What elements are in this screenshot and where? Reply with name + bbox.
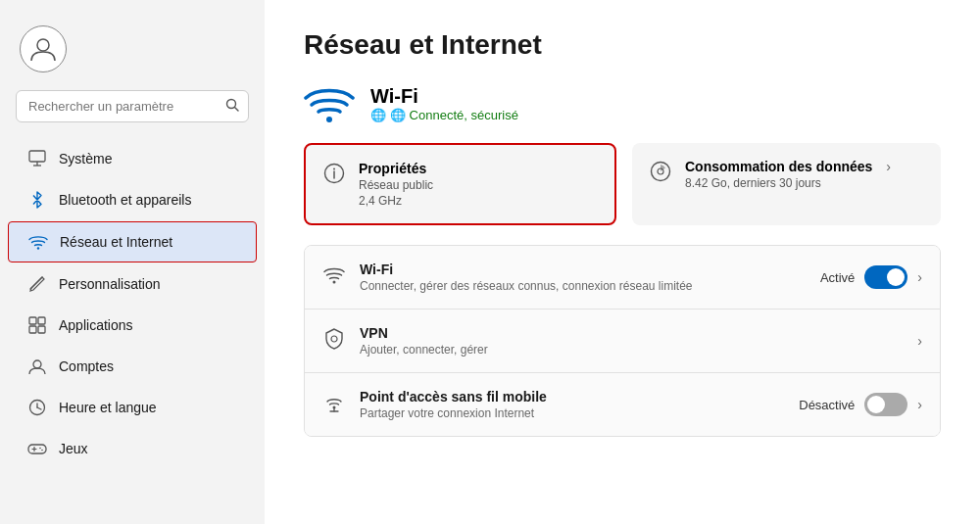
svg-rect-10	[29, 326, 36, 333]
card-consommation[interactable]: Consommation des données 8.42 Go, dernie…	[632, 143, 941, 225]
nav-label-comptes: Comptes	[59, 358, 114, 374]
avatar[interactable]	[20, 25, 67, 72]
settings-hotspot-title: Point d'accès sans fil mobile	[360, 389, 785, 405]
bluetooth-icon	[27, 190, 47, 210]
settings-wifi-toggle-label: Activé	[820, 270, 855, 285]
svg-point-12	[33, 360, 41, 368]
card-proprietes-sub1: Réseau public	[359, 178, 433, 192]
svg-rect-3	[29, 151, 45, 162]
nav-label-personnalisation: Personnalisation	[59, 276, 161, 292]
nav-label-applications: Applications	[59, 317, 133, 333]
settings-item-wifi[interactable]: Wi-Fi Connecter, gérer des réseaux connu…	[305, 246, 940, 310]
systeme-icon	[27, 149, 47, 168]
card-proprietes-text: Propriétés Réseau public 2,4 GHz	[359, 161, 433, 208]
nav-label-bluetooth: Bluetooth et appareils	[59, 192, 191, 208]
wifi-header: Wi-Fi 🌐 🌐 Connecté, sécurisé	[304, 84, 941, 123]
settings-item-hotspot[interactable]: Point d'accès sans fil mobile Partager v…	[305, 373, 940, 436]
heure-icon	[27, 398, 47, 417]
wifi-item-icon	[322, 266, 346, 289]
card-consommation-text: Consommation des données 8.42 Go, dernie…	[685, 159, 872, 190]
settings-vpn-right: ›	[917, 333, 922, 349]
wifi-header-text: Wi-Fi 🌐 🌐 Connecté, sécurisé	[370, 85, 518, 122]
card-consommation-title: Consommation des données	[685, 159, 872, 174]
search-input[interactable]	[16, 90, 249, 122]
search-button[interactable]	[225, 98, 239, 115]
card-consommation-chevron: ›	[886, 159, 891, 174]
cards-row: Propriétés Réseau public 2,4 GHz Consomm…	[304, 143, 941, 225]
settings-wifi-right: Activé ›	[820, 265, 922, 289]
svg-point-6	[37, 247, 39, 249]
settings-list: Wi-Fi Connecter, gérer des réseaux connu…	[304, 245, 941, 437]
settings-item-wifi-text: Wi-Fi Connecter, gérer des réseaux connu…	[360, 262, 807, 293]
nav-item-jeux[interactable]: Jeux	[8, 429, 257, 468]
wifi-large-icon	[304, 84, 355, 123]
nav-item-reseau[interactable]: Réseau et Internet	[8, 221, 257, 262]
wifi-toggle-knob	[887, 268, 905, 286]
settings-wifi-title: Wi-Fi	[360, 262, 807, 277]
card-proprietes[interactable]: Propriétés Réseau public 2,4 GHz	[304, 143, 616, 225]
settings-wifi-desc: Connecter, gérer des réseaux connus, con…	[360, 279, 807, 293]
hotspot-toggle[interactable]	[864, 393, 907, 416]
svg-point-27	[333, 280, 336, 283]
jeux-icon	[27, 439, 47, 458]
page-title: Réseau et Internet	[304, 29, 941, 61]
svg-point-19	[39, 448, 41, 450]
nav-label-heure: Heure et langue	[59, 400, 157, 415]
card-proprietes-sub2: 2,4 GHz	[359, 194, 433, 208]
svg-rect-8	[29, 317, 36, 324]
nav-item-personnalisation[interactable]: Personnalisation	[8, 264, 257, 304]
nav-label-systeme: Système	[59, 151, 112, 167]
sidebar: Système Bluetooth et appareils Réseau et…	[0, 0, 265, 524]
nav-item-applications[interactable]: Applications	[8, 306, 257, 345]
comptes-icon	[27, 357, 47, 376]
search-box	[16, 90, 249, 122]
globe-icon: 🌐	[370, 108, 386, 122]
svg-line-2	[235, 108, 239, 112]
nav-item-systeme[interactable]: Système	[8, 139, 257, 178]
settings-hotspot-toggle-label: Désactivé	[799, 398, 855, 412]
avatar-area	[0, 16, 265, 90]
settings-item-vpn[interactable]: VPN Ajouter, connecter, gérer ›	[305, 310, 940, 373]
settings-vpn-title: VPN	[360, 325, 904, 341]
nav-label-jeux: Jeux	[59, 441, 88, 456]
info-icon	[323, 163, 345, 189]
svg-point-0	[37, 39, 49, 51]
main-content: Réseau et Internet Wi-Fi 🌐 🌐 Connecté, s…	[265, 0, 980, 524]
settings-vpn-desc: Ajouter, connecter, gérer	[360, 343, 904, 357]
settings-hotspot-desc: Partager votre connexion Internet	[360, 406, 785, 420]
settings-item-hotspot-text: Point d'accès sans fil mobile Partager v…	[360, 389, 785, 420]
wifi-title: Wi-Fi	[370, 85, 518, 108]
wifi-nav-icon	[28, 232, 48, 252]
settings-item-vpn-text: VPN Ajouter, connecter, gérer	[360, 325, 904, 357]
personnalisation-icon	[27, 274, 47, 294]
wifi-chevron: ›	[917, 269, 922, 285]
settings-hotspot-right: Désactivé ›	[799, 393, 922, 416]
nav-item-comptes[interactable]: Comptes	[8, 347, 257, 386]
svg-point-28	[331, 336, 337, 342]
nav-item-bluetooth[interactable]: Bluetooth et appareils	[8, 180, 257, 219]
svg-point-20	[41, 450, 43, 452]
hotspot-chevron: ›	[917, 397, 922, 412]
vpn-icon	[322, 328, 346, 355]
svg-point-21	[326, 117, 332, 122]
nav-item-heure[interactable]: Heure et langue	[8, 388, 257, 427]
card-consommation-sub1: 8.42 Go, derniers 30 jours	[685, 176, 872, 190]
svg-rect-16	[28, 445, 46, 453]
svg-rect-9	[38, 317, 45, 324]
nav-label-reseau: Réseau et Internet	[60, 234, 172, 250]
hotspot-toggle-knob	[867, 396, 885, 413]
wifi-toggle[interactable]	[864, 265, 907, 289]
wifi-status: 🌐 🌐 Connecté, sécurisé	[370, 108, 518, 122]
svg-rect-11	[38, 326, 45, 333]
card-proprietes-title: Propriétés	[359, 161, 433, 176]
applications-icon	[27, 315, 47, 335]
data-usage-icon	[650, 161, 671, 187]
svg-line-15	[37, 407, 41, 409]
hotspot-icon	[322, 392, 346, 418]
vpn-chevron: ›	[917, 333, 922, 349]
svg-point-24	[333, 168, 335, 170]
